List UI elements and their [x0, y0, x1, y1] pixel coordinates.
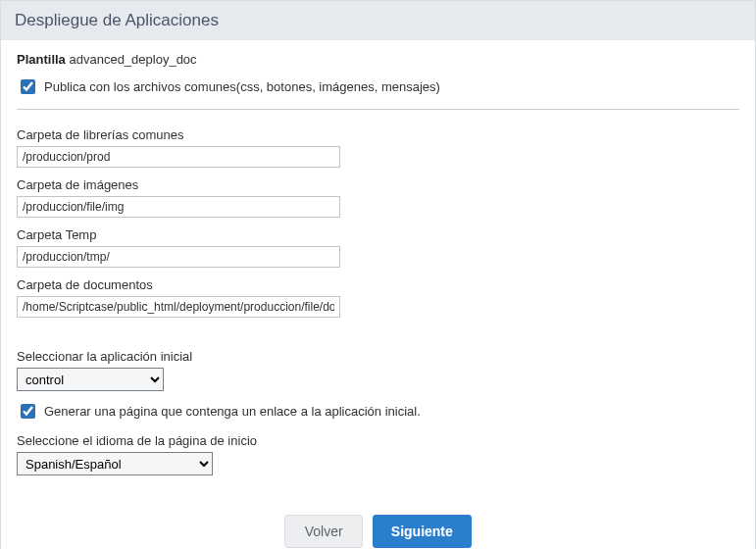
field-img: Carpeta de imágenes [17, 177, 739, 218]
language-label: Seleccione el idioma de la página de ini… [17, 433, 739, 448]
tmp-label: Carpeta Temp [17, 227, 739, 242]
publish-common-row: Publica con los archivos comunes(css, bo… [17, 76, 739, 97]
back-button[interactable]: Volver [284, 515, 363, 548]
libs-label: Carpeta de librerías comunes [17, 127, 739, 142]
publish-common-checkbox[interactable] [21, 79, 35, 94]
generate-link-checkbox[interactable] [21, 404, 35, 419]
panel-title: Despliegue de Aplicaciones [1, 1, 755, 40]
img-label: Carpeta de imágenes [17, 177, 739, 192]
libs-input[interactable] [17, 146, 340, 168]
separator [17, 109, 739, 110]
language-block: Seleccione el idioma de la página de ini… [17, 433, 739, 475]
field-tmp: Carpeta Temp [17, 227, 739, 268]
button-row: Volver Siguiente [17, 515, 739, 548]
doc-input[interactable] [17, 296, 340, 318]
initial-app-label: Seleccionar la aplicación inicial [17, 349, 739, 364]
template-row: Plantilla advanced_deploy_doc [17, 52, 739, 67]
initial-app-select[interactable]: control [17, 368, 164, 391]
field-libs: Carpeta de librerías comunes [17, 127, 739, 168]
publish-common-label: Publica con los archivos comunes(css, bo… [44, 79, 440, 94]
initial-app-block: Seleccionar la aplicación inicial contro… [17, 349, 739, 391]
field-doc: Carpeta de documentos [17, 277, 739, 318]
panel-body: Plantilla advanced_deploy_doc Publica co… [1, 40, 755, 549]
template-name: advanced_deploy_doc [69, 52, 196, 67]
template-label: Plantilla [17, 52, 66, 67]
generate-link-label: Generar una página que contenga un enlac… [44, 404, 421, 419]
deploy-panel: Despliegue de Aplicaciones Plantilla adv… [0, 0, 756, 549]
next-button[interactable]: Siguiente [373, 515, 472, 548]
doc-label: Carpeta de documentos [17, 277, 739, 292]
language-select[interactable]: Spanish/Español [17, 452, 213, 475]
tmp-input[interactable] [17, 246, 340, 268]
img-input[interactable] [17, 196, 340, 218]
generate-link-row: Generar una página que contenga un enlac… [17, 401, 739, 422]
